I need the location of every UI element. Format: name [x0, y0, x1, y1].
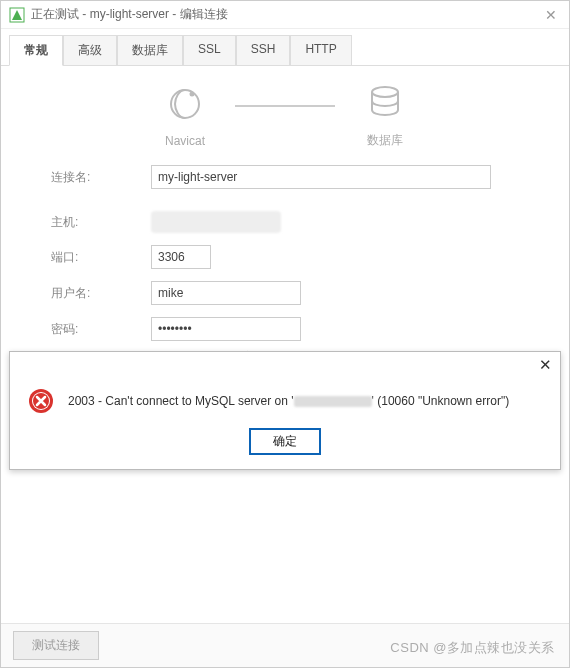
- test-connection-button[interactable]: 测试连接: [13, 631, 99, 660]
- error-dialog: ✕ 2003 - Can't connect to MySQL server o…: [9, 351, 561, 470]
- port-input[interactable]: [151, 245, 211, 269]
- tab-http[interactable]: HTTP: [290, 35, 351, 66]
- connection-diagram: Navicat 数据库: [1, 66, 569, 155]
- diagram-right-label: 数据库: [367, 132, 403, 149]
- connection-name-label: 连接名:: [51, 169, 151, 186]
- diagram-left-label: Navicat: [165, 134, 205, 148]
- dialog-close-button[interactable]: ✕: [539, 356, 552, 374]
- footer-bar: 测试连接: [1, 623, 569, 667]
- tabs-bar: 常规 高级 数据库 SSL SSH HTTP: [1, 35, 569, 66]
- dialog-ok-button[interactable]: 确定: [249, 428, 321, 455]
- diagram-connector-line: [235, 105, 335, 107]
- window-close-button[interactable]: ✕: [541, 7, 561, 23]
- titlebar: 正在测试 - my-light-server - 编辑连接 ✕: [1, 1, 569, 29]
- password-label: 密码:: [51, 321, 151, 338]
- connection-editor-window: 正在测试 - my-light-server - 编辑连接 ✕ 常规 高级 数据…: [0, 0, 570, 668]
- error-message: 2003 - Can't connect to MySQL server on …: [68, 394, 509, 408]
- database-icon: [365, 82, 405, 126]
- host-input[interactable]: [151, 211, 281, 233]
- host-label: 主机:: [51, 214, 151, 231]
- tab-database[interactable]: 数据库: [117, 35, 183, 66]
- redacted-host: [294, 396, 372, 407]
- username-input[interactable]: [151, 281, 301, 305]
- app-icon: [9, 7, 25, 23]
- tab-ssl[interactable]: SSL: [183, 35, 236, 66]
- connection-name-input[interactable]: [151, 165, 491, 189]
- password-input[interactable]: [151, 317, 301, 341]
- window-title: 正在测试 - my-light-server - 编辑连接: [31, 6, 228, 23]
- svg-point-2: [189, 91, 194, 96]
- tab-general[interactable]: 常规: [9, 35, 63, 66]
- user-label: 用户名:: [51, 285, 151, 302]
- port-label: 端口:: [51, 249, 151, 266]
- tab-advanced[interactable]: 高级: [63, 35, 117, 66]
- svg-point-3: [372, 87, 398, 97]
- tab-ssh[interactable]: SSH: [236, 35, 291, 66]
- connection-form: 连接名: 主机: 端口: 用户名: 密码: 保存密码: [1, 155, 569, 366]
- navicat-icon: [165, 84, 205, 128]
- error-icon: [28, 388, 54, 414]
